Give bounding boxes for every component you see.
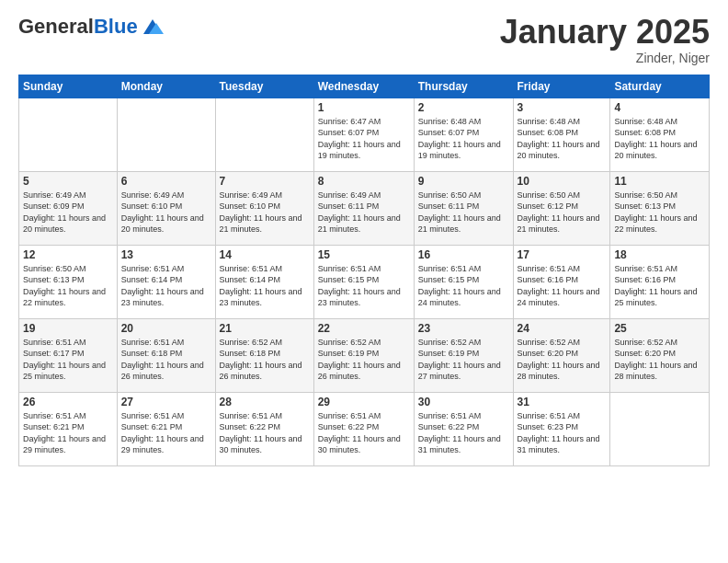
day-number: 15: [318, 248, 410, 261]
calendar-cell: 31Sunrise: 6:51 AMSunset: 6:23 PMDayligh…: [513, 392, 610, 465]
header-tuesday: Tuesday: [215, 75, 313, 98]
calendar-cell: 18Sunrise: 6:51 AMSunset: 6:16 PMDayligh…: [610, 245, 710, 318]
day-number: 8: [318, 175, 410, 188]
day-info: Sunrise: 6:52 AMSunset: 6:20 PMDaylight:…: [614, 337, 705, 383]
calendar-cell: 30Sunrise: 6:51 AMSunset: 6:22 PMDayligh…: [414, 392, 513, 465]
calendar-cell: 29Sunrise: 6:51 AMSunset: 6:22 PMDayligh…: [313, 392, 414, 465]
calendar-cell: 2Sunrise: 6:48 AMSunset: 6:07 PMDaylight…: [414, 98, 513, 171]
day-number: 20: [121, 322, 211, 335]
location-subtitle: Zinder, Niger: [500, 51, 710, 65]
calendar-cell: 4Sunrise: 6:48 AMSunset: 6:08 PMDaylight…: [610, 98, 710, 171]
day-number: 4: [614, 101, 705, 114]
month-title: January 2025: [500, 14, 710, 51]
calendar-cell: 6Sunrise: 6:49 AMSunset: 6:10 PMDaylight…: [117, 171, 215, 245]
calendar-cell: 11Sunrise: 6:50 AMSunset: 6:13 PMDayligh…: [610, 171, 710, 245]
calendar-cell: 10Sunrise: 6:50 AMSunset: 6:12 PMDayligh…: [513, 171, 610, 245]
day-info: Sunrise: 6:51 AMSunset: 6:22 PMDaylight:…: [318, 410, 410, 456]
calendar-cell: 17Sunrise: 6:51 AMSunset: 6:16 PMDayligh…: [513, 245, 610, 318]
calendar-cell: 1Sunrise: 6:47 AMSunset: 6:07 PMDaylight…: [313, 98, 414, 171]
calendar-header-row: Sunday Monday Tuesday Wednesday Thursday…: [19, 75, 710, 98]
day-number: 17: [518, 248, 607, 261]
day-info: Sunrise: 6:50 AMSunset: 6:13 PMDaylight:…: [614, 190, 705, 236]
calendar-cell: [19, 98, 118, 171]
calendar-cell: 16Sunrise: 6:51 AMSunset: 6:15 PMDayligh…: [414, 245, 513, 318]
day-number: 9: [418, 175, 509, 188]
day-number: 16: [418, 248, 509, 261]
calendar-cell: 23Sunrise: 6:52 AMSunset: 6:19 PMDayligh…: [414, 318, 513, 392]
day-info: Sunrise: 6:51 AMSunset: 6:16 PMDaylight:…: [518, 263, 607, 309]
day-number: 24: [518, 322, 607, 335]
header: GeneralBlue January 2025 Zinder, Niger: [18, 14, 710, 65]
calendar-week-1: 1Sunrise: 6:47 AMSunset: 6:07 PMDaylight…: [19, 98, 710, 171]
day-info: Sunrise: 6:51 AMSunset: 6:22 PMDaylight:…: [418, 410, 509, 456]
day-number: 23: [418, 322, 509, 335]
day-info: Sunrise: 6:50 AMSunset: 6:13 PMDaylight:…: [23, 263, 113, 309]
day-number: 14: [220, 248, 310, 261]
day-number: 13: [121, 248, 211, 261]
day-info: Sunrise: 6:52 AMSunset: 6:19 PMDaylight:…: [318, 337, 410, 383]
day-number: 30: [418, 396, 509, 408]
calendar-cell: 20Sunrise: 6:51 AMSunset: 6:18 PMDayligh…: [117, 318, 215, 392]
day-info: Sunrise: 6:49 AMSunset: 6:11 PMDaylight:…: [318, 190, 410, 236]
day-info: Sunrise: 6:51 AMSunset: 6:18 PMDaylight:…: [121, 337, 211, 383]
calendar-cell: 26Sunrise: 6:51 AMSunset: 6:21 PMDayligh…: [19, 392, 118, 465]
day-number: 28: [220, 396, 310, 408]
day-number: 6: [121, 175, 211, 188]
header-saturday: Saturday: [610, 75, 710, 98]
calendar-week-2: 5Sunrise: 6:49 AMSunset: 6:09 PMDaylight…: [19, 171, 710, 245]
day-info: Sunrise: 6:52 AMSunset: 6:20 PMDaylight:…: [518, 337, 607, 383]
day-info: Sunrise: 6:48 AMSunset: 6:08 PMDaylight:…: [518, 116, 607, 162]
day-info: Sunrise: 6:51 AMSunset: 6:14 PMDaylight:…: [121, 263, 211, 309]
calendar-cell: 7Sunrise: 6:49 AMSunset: 6:10 PMDaylight…: [215, 171, 313, 245]
header-monday: Monday: [117, 75, 215, 98]
calendar-week-5: 26Sunrise: 6:51 AMSunset: 6:21 PMDayligh…: [19, 392, 710, 465]
page: GeneralBlue January 2025 Zinder, Niger S…: [0, 0, 728, 563]
day-number: 26: [23, 396, 113, 408]
calendar-cell: 21Sunrise: 6:52 AMSunset: 6:18 PMDayligh…: [215, 318, 313, 392]
day-info: Sunrise: 6:49 AMSunset: 6:10 PMDaylight:…: [121, 190, 211, 236]
day-info: Sunrise: 6:51 AMSunset: 6:17 PMDaylight:…: [23, 337, 113, 383]
day-number: 25: [614, 322, 705, 335]
day-info: Sunrise: 6:50 AMSunset: 6:12 PMDaylight:…: [518, 190, 607, 236]
day-info: Sunrise: 6:51 AMSunset: 6:23 PMDaylight:…: [518, 410, 607, 456]
day-info: Sunrise: 6:51 AMSunset: 6:21 PMDaylight:…: [23, 410, 113, 456]
calendar-week-3: 12Sunrise: 6:50 AMSunset: 6:13 PMDayligh…: [19, 245, 710, 318]
calendar-cell: 25Sunrise: 6:52 AMSunset: 6:20 PMDayligh…: [610, 318, 710, 392]
day-number: 31: [518, 396, 607, 408]
day-number: 27: [121, 396, 211, 408]
day-info: Sunrise: 6:51 AMSunset: 6:22 PMDaylight:…: [220, 410, 310, 456]
calendar-cell: 22Sunrise: 6:52 AMSunset: 6:19 PMDayligh…: [313, 318, 414, 392]
calendar-cell: [610, 392, 710, 465]
calendar-cell: 12Sunrise: 6:50 AMSunset: 6:13 PMDayligh…: [19, 245, 118, 318]
day-number: 21: [220, 322, 310, 335]
calendar-cell: 24Sunrise: 6:52 AMSunset: 6:20 PMDayligh…: [513, 318, 610, 392]
calendar-cell: 5Sunrise: 6:49 AMSunset: 6:09 PMDaylight…: [19, 171, 118, 245]
logo: GeneralBlue: [18, 14, 165, 40]
day-info: Sunrise: 6:51 AMSunset: 6:16 PMDaylight:…: [614, 263, 705, 309]
day-info: Sunrise: 6:52 AMSunset: 6:18 PMDaylight:…: [220, 337, 310, 383]
day-number: 29: [318, 396, 410, 408]
day-info: Sunrise: 6:52 AMSunset: 6:19 PMDaylight:…: [418, 337, 509, 383]
calendar-cell: 28Sunrise: 6:51 AMSunset: 6:22 PMDayligh…: [215, 392, 313, 465]
calendar-cell: 14Sunrise: 6:51 AMSunset: 6:14 PMDayligh…: [215, 245, 313, 318]
day-number: 7: [220, 175, 310, 188]
day-info: Sunrise: 6:51 AMSunset: 6:14 PMDaylight:…: [220, 263, 310, 309]
day-number: 3: [518, 101, 607, 114]
day-number: 19: [23, 322, 113, 335]
day-number: 11: [614, 175, 705, 188]
calendar-cell: 3Sunrise: 6:48 AMSunset: 6:08 PMDaylight…: [513, 98, 610, 171]
day-number: 5: [23, 175, 113, 188]
day-number: 18: [614, 248, 705, 261]
logo-icon: [140, 14, 165, 40]
header-friday: Friday: [513, 75, 610, 98]
day-info: Sunrise: 6:48 AMSunset: 6:07 PMDaylight:…: [418, 116, 509, 162]
calendar-cell: 19Sunrise: 6:51 AMSunset: 6:17 PMDayligh…: [19, 318, 118, 392]
calendar-cell: [117, 98, 215, 171]
header-thursday: Thursday: [414, 75, 513, 98]
day-number: 1: [318, 101, 410, 114]
day-info: Sunrise: 6:48 AMSunset: 6:08 PMDaylight:…: [614, 116, 705, 162]
day-info: Sunrise: 6:49 AMSunset: 6:09 PMDaylight:…: [23, 190, 113, 236]
calendar-cell: 8Sunrise: 6:49 AMSunset: 6:11 PMDaylight…: [313, 171, 414, 245]
title-block: January 2025 Zinder, Niger: [500, 14, 710, 65]
calendar-cell: 9Sunrise: 6:50 AMSunset: 6:11 PMDaylight…: [414, 171, 513, 245]
